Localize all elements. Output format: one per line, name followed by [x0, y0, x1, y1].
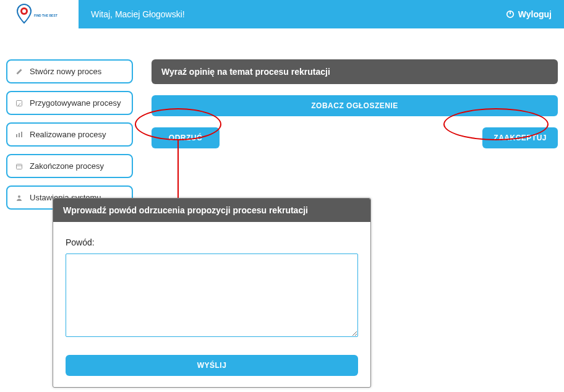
sidebar-item-label: Przygotowywane procesy — [30, 98, 121, 108]
send-button[interactable]: WYŚLIJ — [66, 355, 358, 376]
svg-rect-7 — [19, 133, 20, 137]
svg-text:FIND THE BEST: FIND THE BEST — [34, 14, 58, 17]
view-ad-button[interactable]: ZOBACZ OGŁOSZENIE — [152, 95, 558, 116]
modal-body: Powód: WYŚLIJ — [53, 222, 370, 387]
logout-button[interactable]: Wyloguj — [506, 9, 552, 19]
logo-icon: FIND THE BEST — [12, 2, 67, 27]
header-bar: Witaj, Maciej Głogowski! Wyloguj — [79, 0, 564, 28]
main-panel: Wyraź opinię na temat procesu rekrutacji… — [152, 59, 558, 148]
sidebar-item-finished-processes[interactable]: Zakończone procesy — [6, 154, 133, 178]
svg-rect-8 — [21, 132, 22, 137]
calendar-icon — [15, 162, 24, 171]
svg-rect-9 — [17, 164, 22, 169]
accept-button[interactable]: ZAAKCEPTUJ — [482, 127, 558, 148]
svg-point-11 — [18, 195, 20, 198]
content-area: Stwórz nowy proces Przygotowywane proces… — [0, 28, 564, 210]
sidebar-item-prepared-processes[interactable]: Przygotowywane procesy — [6, 91, 133, 115]
welcome-text: Witaj, Maciej Głogowski! — [91, 9, 185, 19]
reason-label: Powód: — [66, 237, 358, 247]
sidebar: Stwórz nowy proces Przygotowywane proces… — [6, 59, 133, 210]
sidebar-item-label: Stwórz nowy proces — [30, 67, 101, 76]
svg-rect-5 — [17, 100, 22, 106]
app-header: FIND THE BEST Witaj, Maciej Głogowski! W… — [0, 0, 564, 28]
power-icon — [506, 10, 515, 19]
logo[interactable]: FIND THE BEST — [0, 0, 79, 28]
pencil-icon — [15, 67, 24, 76]
svg-point-1 — [22, 9, 26, 13]
svg-rect-6 — [16, 134, 17, 137]
progress-icon — [15, 130, 24, 139]
panel-title: Wyraź opinię na temat procesu rekrutacji — [152, 59, 558, 84]
action-row: ODRZUĆ ZAAKCEPTUJ — [152, 127, 558, 148]
edit-list-icon — [15, 99, 24, 108]
reason-textarea[interactable] — [66, 254, 358, 337]
sidebar-item-label: Zakończone procesy — [30, 161, 104, 171]
logout-label: Wyloguj — [518, 9, 552, 19]
reject-reason-modal: Wprowadź powód odrzucenia propozycji pro… — [53, 198, 371, 388]
modal-title: Wprowadź powód odrzucenia propozycji pro… — [53, 198, 370, 222]
sidebar-item-running-processes[interactable]: Realizowane procesy — [6, 122, 133, 147]
user-icon — [15, 194, 24, 202]
sidebar-item-label: Realizowane procesy — [30, 130, 106, 139]
reject-button[interactable]: ODRZUĆ — [152, 127, 220, 148]
sidebar-item-new-process[interactable]: Stwórz nowy proces — [6, 59, 133, 83]
